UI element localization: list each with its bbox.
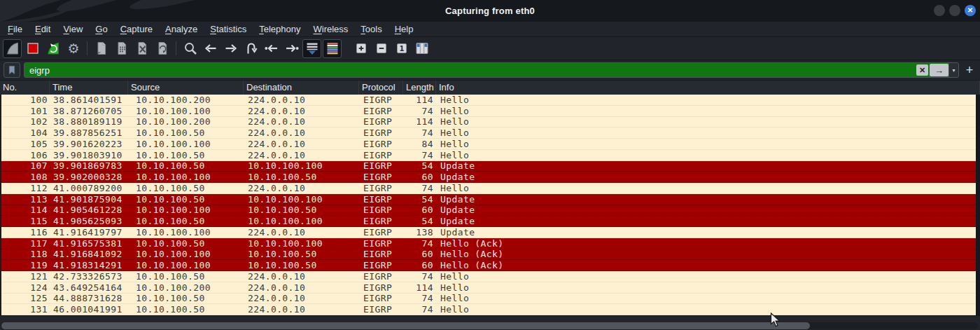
column-header-protocol[interactable]: Protocol — [359, 81, 403, 95]
menu-wireless[interactable]: Wireless — [307, 22, 355, 36]
packet-row[interactable]: 10839.90200032810.10.100.10010.10.100.50… — [1, 172, 976, 183]
save-file-icon[interactable] — [112, 39, 131, 58]
filter-dropdown-icon[interactable]: ▾ — [949, 63, 958, 77]
menu-view[interactable]: View — [57, 22, 89, 36]
packet-row[interactable]: 10639.90180391010.10.100.50224.0.0.10EIG… — [1, 150, 976, 161]
title-bar[interactable]: Capturing from eth0 ✕ — [0, 0, 980, 22]
column-header-time[interactable]: Time — [50, 81, 128, 95]
window-title: Capturing from eth0 — [0, 0, 980, 22]
packet-row[interactable]: 10739.90186978310.10.100.5010.10.100.100… — [1, 161, 976, 172]
cell-no: 116 — [1, 227, 51, 238]
go-to-packet-icon[interactable] — [241, 39, 260, 58]
maximize-button[interactable] — [949, 5, 960, 16]
cell-protocol: EIGRP — [360, 117, 405, 128]
column-header-destination[interactable]: Destination — [244, 81, 359, 95]
close-button[interactable]: ✕ — [965, 5, 976, 16]
open-file-icon[interactable] — [92, 39, 111, 58]
cell-source: 10.10.100.100 — [130, 227, 245, 238]
cell-length: 114 — [405, 117, 438, 128]
filter-clear-icon[interactable]: ✕ — [916, 64, 928, 76]
packet-row[interactable]: 11341.90187590410.10.100.5010.10.100.100… — [1, 194, 976, 205]
menu-statistics[interactable]: Statistics — [204, 22, 253, 36]
cell-destination: 224.0.0.10 — [245, 106, 360, 116]
filter-apply-icon[interactable]: → — [930, 64, 948, 76]
restart-capture-icon[interactable] — [43, 39, 62, 58]
cell-destination: 10.10.100.50 — [245, 205, 360, 216]
menu-file[interactable]: File — [1, 22, 29, 36]
packet-row[interactable]: 12142.73332657310.10.100.50224.0.0.10EIG… — [1, 271, 976, 282]
cell-no: 124 — [1, 282, 51, 293]
cell-no: 108 — [1, 172, 51, 182]
column-header-info[interactable]: Info — [436, 81, 980, 95]
cell-length: 74 — [405, 106, 438, 116]
cell-destination: 224.0.0.10 — [245, 294, 360, 304]
cell-time: 39.902000328 — [51, 172, 130, 182]
resize-columns-icon[interactable] — [412, 39, 431, 58]
packet-row[interactable]: 10138.87126070510.10.100.100224.0.0.10EI… — [1, 106, 976, 117]
menu-tools[interactable]: Tools — [354, 22, 388, 36]
add-filter-button[interactable]: + — [962, 63, 976, 77]
first-packet-icon[interactable] — [262, 39, 281, 58]
capture-options-icon[interactable]: ⚙ — [64, 39, 83, 58]
cell-length: 60 — [405, 205, 438, 216]
filter-input[interactable] — [24, 63, 916, 77]
packet-row[interactable]: 10439.88785625110.10.100.50224.0.0.10EIG… — [1, 128, 976, 139]
cell-length: 54 — [405, 161, 438, 172]
menu-capture[interactable]: Capture — [114, 22, 159, 36]
zoom-original-icon[interactable]: 1 — [392, 39, 411, 58]
cell-info: Update — [438, 205, 976, 216]
svg-text:⚙: ⚙ — [67, 41, 79, 56]
packet-row[interactable]: 11741.91657538110.10.100.5010.10.100.100… — [1, 238, 976, 249]
horizontal-scrollbar-track[interactable] — [1, 322, 978, 329]
colorize-icon[interactable] — [323, 39, 342, 58]
column-header-no[interactable]: No. — [0, 81, 50, 95]
column-header-length[interactable]: Length — [403, 81, 436, 95]
cell-destination: 10.10.100.100 — [245, 161, 360, 172]
packet-row[interactable]: 13146.00104199110.10.100.50224.0.0.10EIG… — [1, 304, 976, 315]
zoom-in-icon[interactable] — [351, 39, 370, 58]
minimize-button[interactable] — [934, 5, 945, 16]
close-file-icon[interactable] — [132, 39, 151, 58]
cell-time: 38.880189119 — [51, 117, 130, 128]
cell-protocol: EIGRP — [360, 249, 405, 260]
menu-go[interactable]: Go — [89, 22, 113, 36]
packet-row[interactable]: 10539.90162022310.10.100.100224.0.0.10EI… — [1, 139, 976, 150]
packet-row[interactable]: 12544.88873162810.10.100.50224.0.0.10EIG… — [1, 294, 976, 305]
go-back-icon[interactable] — [201, 39, 220, 58]
packet-row[interactable]: 11841.91684109210.10.100.10010.10.100.50… — [1, 249, 976, 261]
auto-scroll-icon[interactable] — [302, 39, 321, 58]
zoom-out-icon[interactable] — [372, 39, 391, 58]
packet-row[interactable]: 10038.86140159110.10.100.200224.0.0.10EI… — [1, 95, 976, 106]
packet-row[interactable]: 11641.91641979710.10.100.100224.0.0.10EI… — [1, 227, 976, 238]
cell-destination: 10.10.100.50 — [245, 172, 360, 182]
start-capture-icon[interactable] — [3, 39, 22, 58]
go-forward-icon[interactable] — [221, 39, 240, 58]
menu-telephony[interactable]: Telephony — [253, 22, 307, 36]
packet-row[interactable]: 11941.91831429110.10.100.10010.10.100.50… — [1, 260, 976, 271]
packet-row[interactable]: 12443.64925416410.10.100.200224.0.0.10EI… — [1, 282, 976, 294]
last-packet-icon[interactable] — [282, 39, 301, 58]
stop-capture-icon[interactable] — [23, 39, 42, 58]
cell-info: Update — [438, 172, 976, 182]
packet-row[interactable]: 11441.90546122810.10.100.10010.10.100.50… — [1, 205, 976, 216]
menu-edit[interactable]: Edit — [29, 22, 57, 36]
menu-help[interactable]: Help — [388, 22, 420, 36]
menu-analyze[interactable]: Analyze — [159, 22, 204, 36]
find-packet-icon[interactable] — [181, 39, 200, 58]
cell-info: Update — [438, 161, 976, 172]
cell-protocol: EIGRP — [360, 216, 405, 226]
cell-time: 39.901869783 — [51, 161, 130, 172]
cell-length: 84 — [405, 139, 438, 149]
packet-row[interactable]: 10238.88018911910.10.100.200224.0.0.10EI… — [1, 117, 976, 128]
cell-destination: 224.0.0.10 — [245, 282, 360, 293]
reload-file-icon[interactable] — [153, 39, 172, 58]
cell-no: 119 — [1, 260, 51, 270]
filter-bookmark-button[interactable] — [4, 62, 20, 78]
packet-row[interactable]: 11241.00078920010.10.100.50224.0.0.10EIG… — [1, 183, 976, 194]
cell-source: 10.10.100.50 — [130, 194, 245, 205]
toolbar-separator — [87, 41, 88, 55]
horizontal-scrollbar-thumb[interactable] — [1, 322, 810, 329]
column-header-source[interactable]: Source — [128, 81, 244, 95]
cell-no: 105 — [1, 139, 51, 149]
packet-row[interactable]: 11541.90562509310.10.100.5010.10.100.100… — [1, 216, 976, 227]
